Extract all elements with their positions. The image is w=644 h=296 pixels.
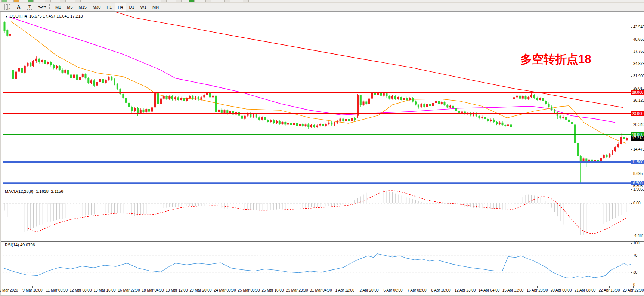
time-tick-mark xyxy=(249,286,249,288)
chart-title: ▼USOil,H4 16.675 17.457 16.641 17.213 xyxy=(5,14,83,18)
rsi-indicator-label: RSI(14) 49.0796 xyxy=(5,243,35,247)
time-label: 25 Mar 08:00 xyxy=(238,288,260,292)
rsi-tick-label: 30 xyxy=(633,271,637,274)
rsi-tick-mark xyxy=(631,285,632,285)
price-badge-17.213: 17.213 xyxy=(631,136,644,141)
time-tick-mark xyxy=(393,286,393,288)
macd-indicator-label: MACD(12,26,9) -1.1618 -2.1156 xyxy=(5,189,63,194)
time-tick-mark xyxy=(57,286,57,288)
time-tick-mark xyxy=(489,286,489,288)
price-badge-23.000: 23.000 xyxy=(631,111,644,116)
time-label: 22 Apr 16:00 xyxy=(599,288,620,292)
price-badge-28.000: 28.000 xyxy=(631,90,644,95)
time-tick-mark xyxy=(225,286,225,288)
macd-tick-mark xyxy=(631,203,632,204)
time-tick-mark xyxy=(417,286,417,288)
time-label: 31 Mar 04:00 xyxy=(310,288,332,292)
time-tick-mark xyxy=(513,286,513,288)
time-tick-mark xyxy=(105,286,105,288)
time-tick-mark xyxy=(32,286,33,288)
time-label: 1 Apr 12:00 xyxy=(335,288,354,292)
time-label: 12 Mar 08:00 xyxy=(70,288,92,292)
time-tick-mark xyxy=(465,286,465,288)
time-label: 9 Mar 16:00 xyxy=(22,288,42,292)
price-tick-label: 26.120 xyxy=(633,99,644,102)
time-label: 16 Apr 20:00 xyxy=(527,288,548,292)
price-tick-label: 31.900 xyxy=(633,74,644,78)
time-tick-mark xyxy=(609,286,610,288)
rsi-tick-label: 70 xyxy=(633,254,637,258)
time-tick-mark xyxy=(345,286,345,288)
time-label: 19 Mar 12:00 xyxy=(166,288,188,292)
macd-tick-label: -4.4614 xyxy=(633,234,644,238)
price-tick-mark xyxy=(631,76,632,77)
time-label: 7 Apr 08:00 xyxy=(407,288,426,292)
time-label: 14 Apr 04:00 xyxy=(479,288,500,292)
macd-tick-label: 1.9069 xyxy=(633,188,644,191)
price-tick-label: 40.655 xyxy=(633,38,644,41)
rsi-tick-mark xyxy=(631,272,632,273)
time-tick-mark xyxy=(441,286,441,288)
time-tick-mark xyxy=(201,286,201,288)
time-tick-mark xyxy=(561,286,561,288)
main-pane-graphics xyxy=(3,10,631,183)
price-tick-label: 43.545 xyxy=(633,25,644,29)
time-label: 26 Mar 16:00 xyxy=(262,288,284,292)
price-tick-mark xyxy=(631,27,632,28)
time-tick-mark xyxy=(129,286,129,288)
macd-tick-mark xyxy=(631,189,632,190)
price-badge-11.500: 11.500 xyxy=(631,160,644,164)
time-tick-mark xyxy=(177,286,177,288)
price-tick-label: 34.875 xyxy=(633,62,644,66)
price-tick-mark xyxy=(631,89,632,89)
time-label: 24 Mar 00:00 xyxy=(214,288,236,292)
ma-mid xyxy=(9,17,615,122)
time-tick-mark xyxy=(585,286,585,288)
annotation-text: 多空转折点18 xyxy=(520,52,591,67)
rsi-tick-label: 100 xyxy=(633,241,640,245)
price-tick-label: 14.475 xyxy=(633,148,644,151)
time-tick-mark xyxy=(321,286,321,288)
rsi-tick-mark xyxy=(631,256,632,256)
time-label: 8 Apr 16:00 xyxy=(431,288,450,292)
rsi-tick-mark xyxy=(631,243,632,244)
time-label: 6 Apr 00:00 xyxy=(383,288,402,292)
time-tick-mark xyxy=(9,286,9,288)
time-tick-mark xyxy=(297,286,297,288)
time-tick-mark xyxy=(369,286,369,288)
price-tick-mark xyxy=(631,101,632,101)
time-label: 6 Mar 2020 xyxy=(0,288,18,292)
price-badge-6.500: 6.500 xyxy=(631,181,644,185)
macd-tick-label: 0.00 xyxy=(633,201,640,205)
chart-canvas xyxy=(0,0,644,296)
time-label: 29 Mar 23:00 xyxy=(286,288,308,292)
time-label: 20 Mar 20:00 xyxy=(190,288,212,292)
ohlc-readout: 16.675 17.457 16.641 17.213 xyxy=(29,14,83,18)
time-label: 13 Mar 16:00 xyxy=(94,288,116,292)
time-label: 2 Apr 20:00 xyxy=(359,288,378,292)
rsi-line xyxy=(4,254,631,278)
price-tick-mark xyxy=(631,174,632,174)
time-label: 12 Apr 23:00 xyxy=(455,288,476,292)
time-tick-mark xyxy=(153,286,153,288)
time-label: 21 Apr 08:00 xyxy=(575,288,596,292)
price-tick-mark xyxy=(631,149,632,150)
chart-menu-dropdown-icon[interactable]: ▼ xyxy=(5,15,8,18)
time-label: 18 Mar 04:00 xyxy=(142,288,164,292)
price-tick-label: 20.340 xyxy=(633,123,644,127)
price-tick-label: 37.765 xyxy=(633,50,644,53)
time-label: 11 Mar 00:00 xyxy=(46,288,68,292)
time-tick-mark xyxy=(273,286,273,288)
time-label: 15 Apr 12:00 xyxy=(502,288,524,292)
time-tick-mark xyxy=(633,286,634,288)
macd-pane-graphics xyxy=(3,189,631,236)
price-tick-mark xyxy=(631,186,632,186)
price-tick-mark xyxy=(631,64,632,64)
price-tick-mark xyxy=(631,125,632,125)
price-tick-mark xyxy=(631,52,632,52)
time-label: 16 Mar 22:00 xyxy=(118,288,140,292)
rsi-pane-graphics xyxy=(3,254,631,278)
symbol-period: USOil,H4 xyxy=(10,14,27,18)
time-label: 23 Apr 22:00 xyxy=(623,288,644,292)
time-tick-mark xyxy=(537,286,538,288)
